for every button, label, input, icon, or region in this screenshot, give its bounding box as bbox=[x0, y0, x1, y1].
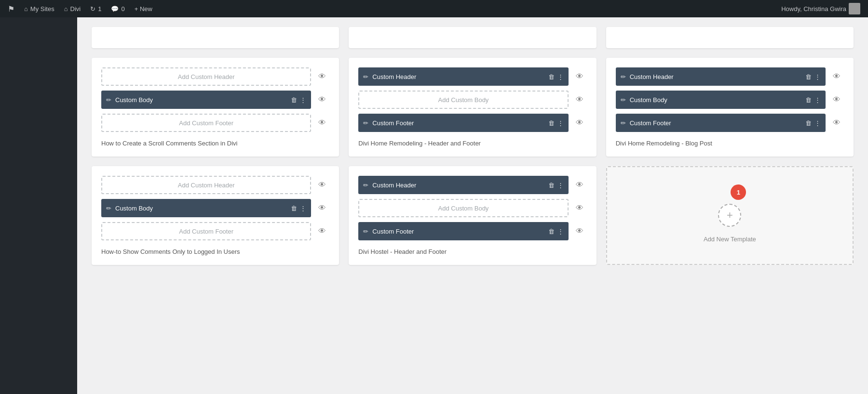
add-custom-footer-1[interactable]: Add Custom Footer bbox=[101, 114, 311, 132]
comments-count: 0 bbox=[121, 5, 124, 13]
body-filled-right-4: 🗑 ⋮ bbox=[291, 205, 306, 212]
trash-icon-body-1[interactable]: 🗑 bbox=[291, 96, 297, 104]
trash-icon-header-3[interactable]: 🗑 bbox=[805, 73, 812, 80]
add-custom-header-1[interactable]: Add Custom Header bbox=[101, 67, 311, 86]
layout: Add Custom Header 👁 ✏ Custom Body 🗑 ⋮ bbox=[0, 17, 868, 394]
pencil-icon-body-1[interactable]: ✏ bbox=[106, 96, 111, 104]
custom-header-3[interactable]: ✏ Custom Header 🗑 ⋮ bbox=[616, 67, 826, 86]
partial-card-2 bbox=[349, 27, 596, 48]
body-eye-btn-5[interactable]: 👁 bbox=[572, 199, 587, 217]
custom-footer-5[interactable]: ✏ Custom Footer 🗑 ⋮ bbox=[358, 222, 568, 240]
footer-eye-btn-1[interactable]: 👁 bbox=[315, 114, 329, 132]
divi-label: Divi bbox=[70, 5, 81, 13]
header-filled-right-5: 🗑 ⋮ bbox=[548, 182, 564, 189]
footer-eye-btn-3[interactable]: 👁 bbox=[829, 114, 844, 132]
template-card-5: ✏ Custom Header 🗑 ⋮ 👁 Add Custom Body bbox=[349, 166, 596, 265]
template-card-1: Add Custom Header 👁 ✏ Custom Body 🗑 ⋮ bbox=[92, 58, 339, 157]
custom-footer-2[interactable]: ✏ Custom Footer 🗑 ⋮ bbox=[358, 114, 568, 132]
header-eye-btn-2[interactable]: 👁 bbox=[572, 67, 587, 86]
pencil-icon-body-3[interactable]: ✏ bbox=[621, 96, 626, 104]
custom-body-1[interactable]: ✏ Custom Body 🗑 ⋮ bbox=[101, 91, 311, 109]
partial-card-3 bbox=[606, 27, 854, 48]
dots-icon-footer-3[interactable]: ⋮ bbox=[814, 119, 821, 127]
add-new-template-card[interactable]: 1 + Add New Template bbox=[606, 166, 854, 265]
footer-row-4: Add Custom Footer 👁 bbox=[101, 222, 329, 240]
footer-eye-btn-5[interactable]: 👁 bbox=[572, 222, 587, 240]
greetings-text: Howdy, Christina Gwira bbox=[781, 5, 846, 13]
divi-house-icon: ⌂ bbox=[64, 5, 68, 13]
pencil-icon-footer-3[interactable]: ✏ bbox=[621, 119, 626, 127]
footer-eye-btn-2[interactable]: 👁 bbox=[572, 114, 587, 132]
body-eye-btn-3[interactable]: 👁 bbox=[829, 91, 844, 109]
header-row-2: ✏ Custom Header 🗑 ⋮ 👁 bbox=[358, 67, 586, 86]
add-custom-footer-4[interactable]: Add Custom Footer bbox=[101, 222, 311, 240]
header-eye-btn-4[interactable]: 👁 bbox=[315, 176, 329, 194]
dots-icon-body-1[interactable]: ⋮ bbox=[300, 96, 306, 104]
body-filled-right-1: 🗑 ⋮ bbox=[291, 96, 306, 104]
header-eye-btn-1[interactable]: 👁 bbox=[315, 67, 329, 86]
header-filled-left-3: ✏ Custom Header bbox=[621, 73, 674, 80]
main-content: Add Custom Header 👁 ✏ Custom Body 🗑 ⋮ bbox=[77, 17, 868, 394]
footer-filled-left-2: ✏ Custom Footer bbox=[363, 119, 414, 127]
pencil-icon-header-2[interactable]: ✏ bbox=[363, 73, 368, 80]
custom-header-5[interactable]: ✏ Custom Header 🗑 ⋮ bbox=[358, 176, 568, 194]
pencil-icon-header-5[interactable]: ✏ bbox=[363, 182, 368, 189]
wp-icon: ⚑ bbox=[8, 4, 14, 13]
dots-icon-header-5[interactable]: ⋮ bbox=[557, 182, 564, 189]
trash-icon-body-3[interactable]: 🗑 bbox=[805, 96, 812, 104]
my-sites-menu[interactable]: ⌂ My Sites bbox=[20, 0, 58, 17]
dots-icon-footer-2[interactable]: ⋮ bbox=[557, 119, 564, 127]
trash-icon-footer-5[interactable]: 🗑 bbox=[548, 228, 555, 235]
add-new-label: Add New Template bbox=[704, 236, 756, 243]
add-custom-body-2[interactable]: Add Custom Body bbox=[358, 91, 568, 109]
trash-icon-header-2[interactable]: 🗑 bbox=[548, 73, 555, 80]
comment-icon: 💬 bbox=[111, 5, 119, 13]
pencil-icon-body-4[interactable]: ✏ bbox=[106, 205, 111, 212]
body-row-1: ✏ Custom Body 🗑 ⋮ 👁 bbox=[101, 91, 329, 109]
updates-count: 1 bbox=[98, 5, 101, 13]
user-greetings[interactable]: Howdy, Christina Gwira bbox=[777, 0, 864, 17]
pencil-icon-footer-5[interactable]: ✏ bbox=[363, 228, 368, 235]
add-new-plus-icon: + bbox=[718, 204, 741, 227]
footer-filled-left-5: ✏ Custom Footer bbox=[363, 228, 414, 235]
custom-body-3[interactable]: ✏ Custom Body 🗑 ⋮ bbox=[616, 91, 826, 109]
pencil-icon-header-3[interactable]: ✏ bbox=[621, 73, 626, 80]
body-filled-right-3: 🗑 ⋮ bbox=[805, 96, 821, 104]
pencil-icon-footer-2[interactable]: ✏ bbox=[363, 119, 368, 127]
body-eye-btn-1[interactable]: 👁 bbox=[315, 91, 329, 109]
updates-menu[interactable]: ↻ 1 bbox=[86, 0, 105, 17]
trash-icon-header-5[interactable]: 🗑 bbox=[548, 182, 555, 189]
dots-icon-header-3[interactable]: ⋮ bbox=[814, 73, 821, 80]
template-card-4: Add Custom Header 👁 ✏ Custom Body 🗑 ⋮ bbox=[92, 166, 339, 265]
custom-header-2[interactable]: ✏ Custom Header 🗑 ⋮ bbox=[358, 67, 568, 86]
dots-icon-body-4[interactable]: ⋮ bbox=[300, 205, 306, 212]
body-eye-btn-4[interactable]: 👁 bbox=[315, 199, 329, 217]
add-custom-header-4[interactable]: Add Custom Header bbox=[101, 176, 311, 194]
my-sites-label: My Sites bbox=[30, 5, 54, 13]
divi-menu[interactable]: ⌂ Divi bbox=[60, 0, 85, 17]
dots-icon-header-2[interactable]: ⋮ bbox=[557, 73, 564, 80]
custom-body-4[interactable]: ✏ Custom Body 🗑 ⋮ bbox=[101, 199, 311, 217]
template-card-3: ✏ Custom Header 🗑 ⋮ 👁 ✏ Cu bbox=[606, 58, 854, 157]
body-eye-btn-2[interactable]: 👁 bbox=[572, 91, 587, 109]
body-filled-left-1: ✏ Custom Body bbox=[106, 96, 153, 104]
card-title-2: Divi Home Remodeling - Header and Footer bbox=[358, 140, 586, 147]
custom-footer-3[interactable]: ✏ Custom Footer 🗑 ⋮ bbox=[616, 114, 826, 132]
dots-icon-footer-5[interactable]: ⋮ bbox=[557, 228, 564, 235]
footer-filled-right-5: 🗑 ⋮ bbox=[548, 228, 564, 235]
add-custom-body-5[interactable]: Add Custom Body bbox=[358, 199, 568, 217]
user-avatar bbox=[849, 3, 860, 14]
comments-menu[interactable]: 💬 0 bbox=[107, 0, 128, 17]
dots-icon-body-3[interactable]: ⋮ bbox=[814, 96, 821, 104]
footer-eye-btn-4[interactable]: 👁 bbox=[315, 222, 329, 240]
trash-icon-body-4[interactable]: 🗑 bbox=[291, 205, 297, 212]
body-row-4: ✏ Custom Body 🗑 ⋮ 👁 bbox=[101, 199, 329, 217]
trash-icon-footer-3[interactable]: 🗑 bbox=[805, 119, 812, 127]
header-eye-btn-3[interactable]: 👁 bbox=[829, 67, 844, 86]
trash-icon-footer-2[interactable]: 🗑 bbox=[548, 119, 555, 127]
header-row-4: Add Custom Header 👁 bbox=[101, 176, 329, 194]
wp-logo[interactable]: ⚑ bbox=[4, 0, 18, 17]
body-row-3: ✏ Custom Body 🗑 ⋮ 👁 bbox=[616, 91, 844, 109]
new-menu[interactable]: + New bbox=[131, 0, 156, 17]
header-eye-btn-5[interactable]: 👁 bbox=[572, 176, 587, 194]
